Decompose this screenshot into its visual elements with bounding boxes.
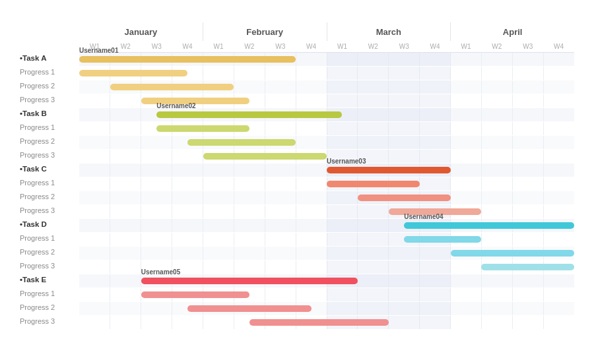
week-column xyxy=(296,80,327,94)
week-column xyxy=(388,288,419,301)
week-column xyxy=(172,177,203,191)
week-column xyxy=(110,191,141,204)
week-column xyxy=(234,260,265,274)
gantt-row: Username01 xyxy=(79,53,574,66)
week-column xyxy=(450,302,481,315)
week-column xyxy=(543,53,574,66)
bar-label: Username03 xyxy=(327,158,366,165)
gantt-bar xyxy=(79,70,187,76)
week-column xyxy=(388,247,419,260)
week-column xyxy=(419,53,450,66)
progress-label: Progress 2 xyxy=(20,79,79,92)
week-column xyxy=(357,53,388,66)
week-column xyxy=(481,122,512,135)
week-column xyxy=(543,316,574,329)
week-column xyxy=(79,177,110,191)
week-column xyxy=(450,94,481,107)
progress-label: Progress 3 xyxy=(20,259,79,272)
week-column xyxy=(543,150,574,163)
week-column xyxy=(450,122,481,135)
progress-label: Progress 3 xyxy=(20,204,79,217)
week-column xyxy=(79,80,110,94)
week-column xyxy=(512,67,543,80)
task-label: •Task E xyxy=(20,273,79,286)
week-column xyxy=(543,233,574,246)
week-column xyxy=(296,164,327,177)
week-column xyxy=(543,80,574,94)
week-column xyxy=(110,288,141,301)
gantt-bar xyxy=(451,250,575,257)
week-column xyxy=(234,177,265,191)
week-column xyxy=(172,233,203,246)
week-column xyxy=(203,316,234,329)
week-column xyxy=(543,302,574,315)
month-cell: March xyxy=(327,22,451,41)
week-column xyxy=(357,233,388,246)
week-column xyxy=(79,233,110,246)
week-column xyxy=(327,233,358,246)
week-cell: W1 xyxy=(451,41,482,52)
week-column xyxy=(357,302,388,315)
week-column xyxy=(296,136,327,149)
week-column xyxy=(296,247,327,260)
week-column xyxy=(512,177,543,191)
month-cell: January xyxy=(79,22,203,41)
gantt-bar: Username04 xyxy=(404,222,574,229)
week-column xyxy=(450,108,481,121)
week-column xyxy=(141,177,172,191)
week-column xyxy=(79,288,110,301)
week-column xyxy=(357,94,388,107)
week-column xyxy=(141,164,172,177)
week-column xyxy=(481,233,512,246)
week-column xyxy=(450,177,481,191)
gantt-bar: Username05 xyxy=(141,278,358,284)
week-column xyxy=(110,177,141,191)
week-column xyxy=(419,274,450,288)
week-column xyxy=(419,302,450,315)
week-column xyxy=(203,164,234,177)
week-column xyxy=(327,122,358,135)
week-column xyxy=(450,80,481,94)
week-cell: W1 xyxy=(327,41,358,52)
gantt-row xyxy=(79,67,574,80)
week-column xyxy=(296,205,327,218)
week-column xyxy=(79,150,110,163)
task-label: •Task D xyxy=(20,218,79,231)
week-column xyxy=(172,191,203,204)
week-column xyxy=(327,302,358,315)
week-column xyxy=(172,316,203,329)
gantt-row xyxy=(79,136,574,149)
week-column xyxy=(450,53,481,66)
progress-label: Progress 1 xyxy=(20,287,79,300)
week-column xyxy=(357,288,388,301)
week-column xyxy=(79,122,110,135)
week-column xyxy=(327,80,358,94)
gantt-bar xyxy=(187,139,296,146)
progress-label: Progress 1 xyxy=(20,65,79,78)
week-column xyxy=(481,150,512,163)
progress-label: Progress 2 xyxy=(20,190,79,203)
week-column xyxy=(481,108,512,121)
week-column xyxy=(512,136,543,149)
week-column xyxy=(543,122,574,135)
week-column xyxy=(234,164,265,177)
gantt-bar xyxy=(203,153,327,160)
week-column xyxy=(141,219,172,232)
week-cell: W4 xyxy=(172,41,203,52)
week-column xyxy=(141,205,172,218)
week-column xyxy=(543,288,574,301)
week-column xyxy=(481,288,512,301)
week-column xyxy=(110,164,141,177)
week-column xyxy=(265,94,296,107)
week-column xyxy=(512,150,543,163)
week-column xyxy=(481,205,512,218)
week-column xyxy=(141,191,172,204)
week-column xyxy=(234,233,265,246)
week-column xyxy=(172,219,203,232)
week-column xyxy=(512,191,543,204)
gantt-row xyxy=(79,288,574,301)
week-column xyxy=(79,274,110,288)
progress-label: Progress 2 xyxy=(20,245,79,258)
week-column xyxy=(512,53,543,66)
week-column xyxy=(419,288,450,301)
